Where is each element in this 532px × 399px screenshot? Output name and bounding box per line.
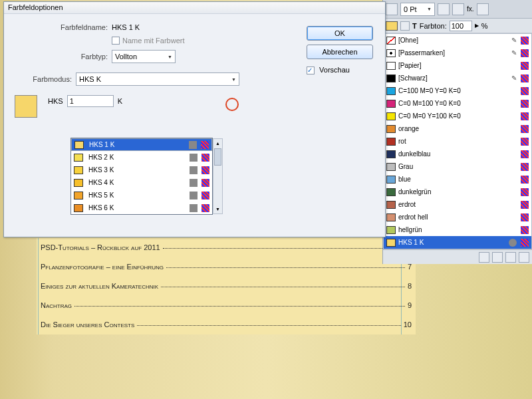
swatch-row[interactable]: Grau [384,160,531,173]
highlight-circle [225,98,239,111]
hks-list-item[interactable]: HKS 4 K [71,176,212,189]
fx-label: fx. [467,5,474,13]
toc-entry: Nachtrag 9 [37,296,416,315]
color-type-label: Farbtyp: [15,53,108,61]
color-mode-label: Farbmodus: [15,75,72,83]
stroke-weight-icon[interactable] [386,3,398,15]
container-text-toggle[interactable] [400,21,410,31]
swatch-list[interactable]: [Ohne]✎[Passermarken]✎[Papier][Schwarz]✎… [383,33,532,249]
swatch-type-icon [521,150,529,158]
swatch-row[interactable]: blue [384,173,531,186]
toc-entry: Die Sieger unseres Contests 10 [37,315,416,334]
tint-input[interactable]: 100 [450,21,472,31]
swatch-name-label: Farbfeldname: [15,23,108,31]
toolbar-icon[interactable] [452,3,464,15]
more-icon[interactable] [519,252,529,263]
swatch-type-icon [521,100,529,108]
swatch-row[interactable]: HKS 1 K [384,236,531,249]
swatch-type-icon [521,112,529,120]
swatch-type-icon [521,239,529,247]
swatch-panel-footer [383,249,532,264]
hks-list-item[interactable]: HKS 1 K [71,138,212,151]
swatch-name-value: HKS 1 K [112,23,140,31]
swatch-row[interactable]: C=0 M=0 Y=100 K=0 [384,110,531,122]
hks-list-item[interactable]: HKS 5 K [71,189,212,201]
color-mode-select[interactable]: HKS K▼ [76,72,239,86]
swatch-row[interactable]: [Papier] [384,59,531,72]
swatch-type-icon [521,226,529,234]
swatch-row[interactable]: dunkelgrün [384,186,531,198]
swatches-panel: 0 Pt▼ fx. T Farbton: 100 ▶ % [Ohne]✎[Pas… [382,0,532,264]
hks-list-scrollbar[interactable]: ▲ ▼ [213,138,223,214]
swatch-sub-toolbar: T Farbton: 100 ▶ % [383,19,532,33]
swatch-type-icon [521,37,529,45]
lock-icon: ✎ [511,37,517,44]
new-swatch-icon[interactable] [492,252,503,263]
hks-color-list[interactable]: HKS 1 KHKS 2 KHKS 3 KHKS 4 KHKS 5 KHKS 6… [70,138,213,215]
swatch-row[interactable]: dunkelblau [384,148,531,160]
color-preview-swatch [15,95,37,118]
panel-toolbar: 0 Pt▼ fx. [383,0,532,19]
swatch-type-icon [521,125,529,133]
toc-entry: Pflanzenfotografie – eine Einführung 7 [37,257,416,277]
swatch-row[interactable]: erdrot hell [384,211,531,223]
hks-label: HKS [48,97,63,105]
toc-entry: PSD-Tutorials – Rückblick auf 2011 6 [37,238,416,257]
swatch-type-icon [521,163,529,171]
swatch-row[interactable]: [Passermarken]✎ [384,47,531,59]
toolbar-icon[interactable] [438,3,450,15]
swatch-row[interactable]: rot [384,135,531,148]
name-with-value-checkbox[interactable] [112,37,120,45]
swatch-row[interactable]: C=0 M=100 Y=0 K=0 [384,97,531,110]
swatch-row[interactable]: C=100 M=0 Y=0 K=0 [384,84,531,97]
delete-swatch-icon[interactable] [505,252,516,263]
swatch-row[interactable]: hellgrün [384,223,531,236]
name-with-value-label: Name mit Farbwert [122,37,185,45]
swatch-type-icon [521,62,529,70]
hks-number-input[interactable] [67,95,114,107]
swatch-type-icon [521,74,529,82]
fill-proxy-icon[interactable] [386,21,398,31]
preview-label: Vorschau [319,66,350,74]
toolbar-icon[interactable] [477,3,489,15]
tint-label: Farbton: [420,22,447,30]
swatch-type-icon [521,201,529,209]
hks-list-item[interactable]: HKS 6 K [71,201,212,214]
dialog-title: Farbfeldoptionen [4,2,385,14]
swatch-type-icon [521,49,529,57]
hks-list-item[interactable]: HKS 2 K [71,151,212,164]
swatch-row[interactable]: orange [384,122,531,135]
hks-list-item[interactable]: HKS 3 K [71,164,212,176]
cancel-button[interactable]: Abbrechen [307,45,373,59]
document-page: PSD-Tutorials – Rückblick auf 2011 6Pfla… [37,238,416,334]
swatch-options-dialog: Farbfeldoptionen OK Abbrechen Vorschau F… [3,1,386,237]
swatch-type-icon [521,188,529,196]
stroke-weight-select[interactable]: 0 Pt▼ [400,3,435,16]
swatch-type-icon [521,138,529,146]
preview-checkbox[interactable] [307,66,315,74]
lock-icon: ✎ [511,74,517,82]
hks-suffix: K [118,97,122,105]
swatch-row[interactable]: [Schwarz]✎ [384,72,531,84]
swatch-row[interactable]: erdrot [384,198,531,211]
color-type-select[interactable]: Vollton▼ [112,50,176,63]
swatch-type-icon [521,176,529,184]
lock-icon: ✎ [511,49,517,57]
swatch-type-icon [521,87,529,95]
swatch-filter-icon[interactable] [479,252,489,263]
ok-button[interactable]: OK [307,26,373,41]
toc-entry: Einiges zur aktuellen Kameratechnik 8 [37,277,416,296]
swatch-row[interactable]: [Ohne]✎ [384,34,531,47]
swatch-type-icon [521,213,529,221]
